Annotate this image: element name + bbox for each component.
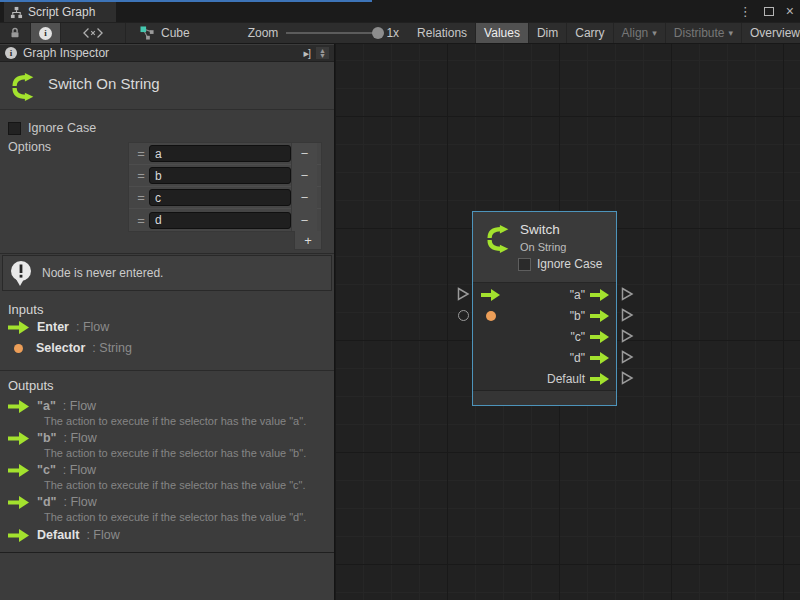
port-label: Default xyxy=(547,372,585,386)
window-controls: ⋮ × xyxy=(739,0,794,22)
dim-button[interactable]: Dim xyxy=(529,23,567,43)
flow-arrow-icon[interactable] xyxy=(590,310,610,322)
flow-arrow-icon[interactable] xyxy=(590,331,610,343)
divider xyxy=(0,253,334,254)
flow-arrow-icon xyxy=(8,400,30,413)
output-port-a: "a" : Flow The action to execute if the … xyxy=(8,399,306,427)
flow-arrow-icon[interactable] xyxy=(590,352,610,364)
carry-button[interactable]: Carry xyxy=(567,23,613,43)
drag-handle-icon[interactable]: = xyxy=(133,213,149,228)
input-connector-circle[interactable] xyxy=(458,310,469,321)
output-port-description: The action to execute if the selector ha… xyxy=(44,479,306,491)
spinner-control[interactable]: ▲▼ xyxy=(316,47,329,59)
switch-icon xyxy=(483,224,513,254)
zoom-control: Zoom 1x xyxy=(200,23,409,43)
outputs-header: Outputs xyxy=(8,378,54,393)
flow-arrow-icon xyxy=(8,321,30,334)
divider xyxy=(0,552,334,553)
node-subtitle: On String xyxy=(520,241,566,253)
inspector-toggle-button[interactable]: i xyxy=(31,23,61,43)
option-input[interactable] xyxy=(149,212,291,229)
zoom-value: 1x xyxy=(386,26,399,40)
add-option-button[interactable]: + xyxy=(294,231,322,250)
remove-option-button[interactable]: − xyxy=(291,209,317,231)
output-connector-triangle[interactable] xyxy=(621,371,634,385)
lock-button[interactable] xyxy=(0,23,31,43)
flow-arrow-icon xyxy=(8,464,30,477)
output-port-description: The action to execute if the selector ha… xyxy=(44,511,306,523)
options-footer: + xyxy=(128,231,322,250)
port-label: "b" xyxy=(570,309,585,323)
warning-box: Node is never entered. xyxy=(2,255,332,291)
flow-arrow-icon[interactable] xyxy=(590,373,610,385)
values-button[interactable]: Values xyxy=(476,23,529,43)
ignore-case-checkbox[interactable] xyxy=(8,122,21,135)
graph-node-icon xyxy=(140,26,155,40)
ignore-case-label: Ignore Case xyxy=(537,257,602,271)
option-row: = − xyxy=(129,165,321,187)
remove-option-button[interactable]: − xyxy=(291,165,317,187)
remove-option-button[interactable]: − xyxy=(291,187,317,209)
node-port-row: "a" xyxy=(473,284,616,305)
tab-label: Script Graph xyxy=(28,5,95,19)
option-input[interactable] xyxy=(149,167,291,184)
option-row: = − xyxy=(129,209,321,231)
chevron-down-icon: ▾ xyxy=(652,28,657,38)
flow-arrow-icon xyxy=(8,496,30,509)
option-input[interactable] xyxy=(149,189,291,206)
inspector-header: i Graph Inspector ▸] ▲▼ xyxy=(0,45,334,62)
info-icon: i xyxy=(5,47,17,59)
drag-handle-icon[interactable]: = xyxy=(133,190,149,205)
unit-title: Switch On String xyxy=(48,75,160,92)
code-view-button[interactable] xyxy=(61,23,126,43)
maximize-icon[interactable] xyxy=(764,7,774,16)
zoom-slider-handle[interactable] xyxy=(372,27,384,39)
zoom-slider[interactable] xyxy=(286,32,378,34)
input-port-selector: Selector : String xyxy=(8,341,132,355)
kebab-menu-icon[interactable]: ⋮ xyxy=(739,4,752,19)
relations-button[interactable]: Relations xyxy=(409,23,476,43)
target-label: Cube xyxy=(161,26,190,40)
output-port-description: The action to execute if the selector ha… xyxy=(44,447,306,459)
flow-arrow-icon xyxy=(8,529,30,542)
ignore-case-label: Ignore Case xyxy=(28,121,96,135)
drag-handle-icon[interactable]: = xyxy=(133,146,149,161)
node-header[interactable]: Switch On String Ignore Case xyxy=(473,212,616,283)
value-port-icon xyxy=(14,344,23,353)
node-port-row: Default xyxy=(473,368,616,389)
output-connector-triangle[interactable] xyxy=(621,308,634,322)
ignore-case-checkbox[interactable] xyxy=(518,258,531,271)
flow-arrow-icon[interactable] xyxy=(590,289,610,301)
graph-canvas[interactable]: Switch On String Ignore Case "a" "b" "c" xyxy=(335,44,800,600)
chevron-down-icon: ▾ xyxy=(728,28,733,38)
switch-on-string-node[interactable]: Switch On String Ignore Case "a" "b" "c" xyxy=(472,211,617,406)
option-row: = − xyxy=(129,187,321,209)
output-connector-triangle[interactable] xyxy=(621,287,634,301)
output-port-default: Default : Flow xyxy=(8,528,120,542)
tab-bar: Script Graph ⋮ × xyxy=(0,0,800,22)
input-connector-triangle[interactable] xyxy=(457,287,470,301)
tab-script-graph[interactable]: Script Graph xyxy=(4,2,116,22)
switch-icon xyxy=(8,72,38,102)
node-ignore-case-row: Ignore Case xyxy=(518,257,602,271)
graph-hierarchy-icon xyxy=(10,6,23,19)
distribute-dropdown[interactable]: Distribute▾ xyxy=(666,23,742,43)
enter-port-icon[interactable] xyxy=(481,289,501,301)
remove-option-button[interactable]: − xyxy=(291,143,317,165)
zoom-label: Zoom xyxy=(248,26,279,40)
overview-button[interactable]: Overview xyxy=(742,23,800,43)
node-footer xyxy=(473,390,616,405)
drag-handle-icon[interactable]: = xyxy=(133,168,149,183)
warning-text: Node is never entered. xyxy=(42,266,163,280)
output-connector-triangle[interactable] xyxy=(621,350,634,364)
close-icon[interactable]: × xyxy=(786,6,794,16)
port-label: "a" xyxy=(570,288,585,302)
dock-icon[interactable]: ▸] xyxy=(303,47,310,60)
selector-port-icon[interactable] xyxy=(486,311,496,321)
node-port-row: "d" xyxy=(473,347,616,368)
option-row: = − xyxy=(129,143,321,165)
graph-target[interactable]: Cube xyxy=(126,23,200,43)
output-connector-triangle[interactable] xyxy=(621,329,634,343)
option-input[interactable] xyxy=(149,145,291,162)
align-dropdown[interactable]: Align▾ xyxy=(614,23,666,43)
